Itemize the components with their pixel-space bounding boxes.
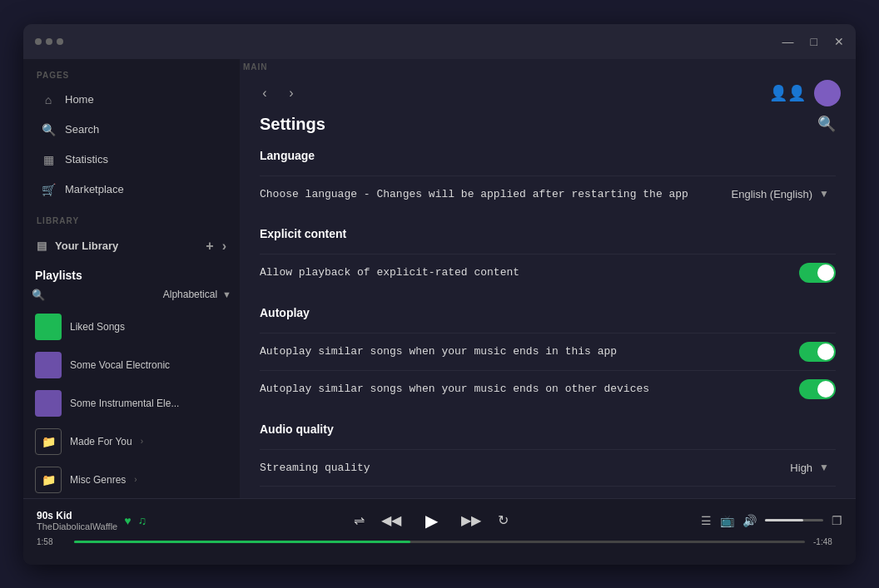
sidebar: Pages ⌂ Home 🔍 Search ▦ Statistics 🛒 Mar… — [23, 59, 240, 498]
prev-button[interactable]: ◀◀ — [381, 512, 401, 528]
player-song-info: 90s Kid TheDiabolicalWaffle ♥ ♫ — [37, 510, 186, 531]
devices-icon[interactable]: 📺 — [720, 514, 734, 527]
streaming-quality-dropdown[interactable]: High ▼ — [783, 458, 836, 477]
nav-arrows: ‹ › — [255, 83, 301, 103]
player-song-icons: ♥ ♫ — [124, 514, 146, 527]
sidebar-item-search[interactable]: 🔍 Search — [28, 116, 235, 144]
settings-row-explicit: Allow playback of explicit-rated content — [260, 254, 836, 291]
progress-fill — [74, 541, 410, 543]
sidebar-item-statistics[interactable]: ▦ Statistics — [28, 146, 235, 174]
playlist-item-instrumental[interactable]: Some Instrumental Ele... — [23, 384, 240, 422]
app-window: — □ ✕ Pages ⌂ Home 🔍 Search ▦ Statistics… — [23, 24, 856, 565]
folder-arrow-made-for-you: › — [141, 437, 143, 446]
folder-icon-made-for-you: 📁 — [35, 428, 62, 455]
settings-search-button[interactable]: 🔍 — [817, 115, 836, 133]
autoplay-app-toggle[interactable] — [799, 342, 836, 362]
bar-chart-icon: ▦ — [42, 153, 55, 166]
language-dropdown-arrow: ▼ — [819, 188, 829, 200]
playlist-item-liked[interactable]: Liked Songs — [23, 308, 240, 346]
search-sort-bar: 🔍 Alphabetical ▼ — [23, 285, 240, 308]
sidebar-item-statistics-label: Statistics — [65, 153, 108, 166]
player-song-text: 90s Kid TheDiabolicalWaffle — [37, 510, 117, 531]
streaming-quality-label: Streaming quality — [260, 462, 767, 474]
settings-row-language-info: Choose language - Changes will be applie… — [260, 188, 725, 200]
instrumental-name: Some Instrumental Ele... — [70, 398, 228, 409]
next-button[interactable]: ▶▶ — [461, 512, 481, 528]
library-label: Library — [23, 205, 240, 230]
sort-dropdown-icon[interactable]: ▼ — [222, 289, 231, 299]
library-actions: + › — [206, 239, 226, 254]
volume-icon[interactable]: 🔊 — [742, 514, 757, 527]
autoplay-devices-label: Autoplay similar songs when your music e… — [260, 383, 782, 395]
play-pause-button[interactable]: ▶ — [418, 507, 444, 534]
top-bar-right: 👤👤 — [769, 80, 841, 106]
player-controls: ⇌ ◀◀ ▶ ▶▶ ↻ — [200, 507, 663, 534]
title-bar-controls: — □ ✕ — [782, 36, 844, 47]
vocal-electronic-name: Some Vocal Electronic — [70, 359, 228, 371]
queue-icon[interactable]: ☰ — [701, 514, 712, 527]
sort-search-icon[interactable]: 🔍 — [32, 289, 45, 301]
title-dot-3 — [57, 38, 63, 45]
player-main: 90s Kid TheDiabolicalWaffle ♥ ♫ ⇌ ◀◀ ▶ ▶… — [23, 499, 856, 537]
progress-track[interactable] — [74, 541, 805, 543]
explicit-toggle[interactable] — [799, 263, 836, 283]
current-time: 1:58 — [37, 537, 66, 546]
library-icon: ▤ — [37, 240, 47, 252]
playlists-section: Playlists 🔍 Alphabetical ▼ Liked Songs S… — [23, 262, 240, 498]
content-area: Pages ⌂ Home 🔍 Search ▦ Statistics 🛒 Mar… — [23, 59, 856, 498]
explicit-row-label: Allow playback of explicit-rated content — [260, 266, 782, 279]
language-dropdown[interactable]: English (English) ▼ — [725, 185, 836, 204]
like-icon[interactable]: ♥ — [124, 514, 131, 527]
folder-misc-genres[interactable]: 📁 Misc Genres › — [23, 461, 240, 498]
sidebar-item-marketplace[interactable]: 🛒 Marketplace — [28, 175, 235, 204]
main-label: Main — [240, 59, 856, 72]
progress-bar-row: 1:58 -1:48 — [23, 537, 856, 553]
back-button[interactable]: ‹ — [255, 83, 275, 103]
settings-row-autoplay-app-info: Autoplay similar songs when your music e… — [260, 345, 799, 358]
settings-top-bar: Settings 🔍 — [260, 115, 836, 134]
section-language-title: Language — [260, 149, 836, 167]
cart-icon: 🛒 — [42, 183, 55, 196]
playlists-header: Playlists — [23, 262, 240, 285]
avatar[interactable] — [814, 80, 841, 106]
volume-bar[interactable] — [765, 519, 823, 521]
section-audio-quality-title: Audio quality — [260, 422, 836, 441]
sidebar-item-home[interactable]: ⌂ Home — [28, 86, 235, 114]
playlist-item-vocal-electronic[interactable]: Some Vocal Electronic — [23, 346, 240, 384]
maximize-button[interactable]: □ — [811, 36, 817, 47]
settings-row-autoplay-app: Autoplay similar songs when your music e… — [260, 333, 836, 370]
settings-row-language: Choose language - Changes will be applie… — [260, 175, 836, 212]
close-button[interactable]: ✕ — [834, 36, 844, 47]
add-to-queue-icon[interactable]: ♫ — [138, 514, 147, 527]
sidebar-item-search-label: Search — [65, 123, 99, 136]
language-dropdown-value: English (English) — [732, 188, 813, 200]
fullscreen-icon[interactable]: ❐ — [832, 514, 842, 527]
section-explicit-title: Explicit content — [260, 227, 836, 245]
bottom-player: 90s Kid TheDiabolicalWaffle ♥ ♫ ⇌ ◀◀ ▶ ▶… — [23, 498, 856, 565]
title-dot-1 — [35, 38, 42, 45]
repeat-button[interactable]: ↻ — [498, 512, 509, 528]
forward-button[interactable]: › — [281, 83, 301, 103]
folder-made-for-you[interactable]: 📁 Made For You › — [23, 422, 240, 461]
add-library-button[interactable]: + — [206, 239, 213, 254]
autoplay-devices-toggle[interactable] — [799, 379, 836, 399]
title-dot-2 — [46, 38, 52, 45]
liked-songs-name: Liked Songs — [70, 321, 228, 333]
settings-content: Settings 🔍 Language Choose language - Ch… — [240, 115, 856, 498]
settings-row-explicit-info: Allow playback of explicit-rated content — [260, 266, 799, 279]
language-row-label: Choose language - Changes will be applie… — [260, 188, 708, 200]
expand-library-button[interactable]: › — [222, 239, 226, 254]
title-bar-dots — [35, 38, 63, 45]
shuffle-button[interactable]: ⇌ — [354, 512, 365, 528]
main-top-bar: ‹ › 👤👤 — [240, 72, 856, 115]
friends-icon[interactable]: 👤👤 — [769, 84, 806, 102]
sort-label: Alphabetical — [50, 289, 217, 300]
player-song-artist: TheDiabolicalWaffle — [37, 521, 117, 531]
library-header: ▤ Your Library + › — [23, 230, 240, 262]
folder-misc-genres-label: Misc Genres — [70, 474, 126, 486]
minimize-button[interactable]: — — [782, 36, 794, 47]
autoplay-app-label: Autoplay similar songs when your music e… — [260, 345, 782, 358]
settings-row-streaming-info: Streaming quality — [260, 462, 783, 474]
settings-row-autoplay-devices: Autoplay similar songs when your music e… — [260, 370, 836, 408]
instrumental-thumb — [35, 390, 62, 417]
